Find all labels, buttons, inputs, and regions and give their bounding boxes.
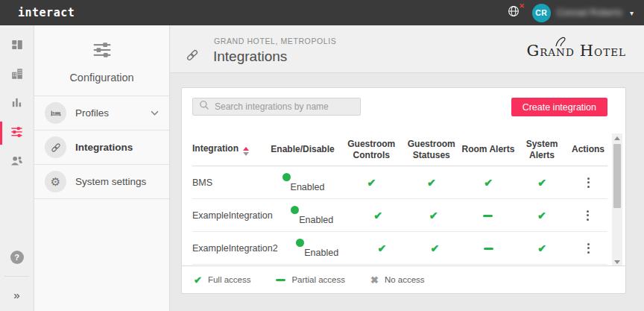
legend-item-partial-access: Partial access [276, 275, 345, 284]
integration-name: BMS [192, 178, 264, 188]
table-scrollbar[interactable] [612, 133, 622, 266]
toggle-status: Enabled [304, 248, 338, 258]
sidebar-item-label: Integrations [75, 142, 133, 153]
brand-logo: interact [18, 6, 75, 19]
integrations-link-icon [185, 48, 200, 66]
sidebar-item-system-settings[interactable]: ⚙ System settings [34, 165, 169, 199]
access-icon [431, 242, 440, 254]
access-icon [367, 177, 376, 189]
legend-item-full-access: Full access [194, 274, 250, 286]
toggle-status: Enabled [299, 215, 333, 225]
column-header-room-alerts: Room Alerts [461, 144, 515, 155]
access-icon [373, 210, 382, 222]
configuration-sidebar: Configuration Profiles [34, 25, 170, 311]
sidebar-item-profiles[interactable]: Profiles [34, 96, 169, 131]
access-icon [537, 177, 546, 189]
grand-hotel-logo: GRANDHOTEL [526, 42, 626, 60]
rail-item-help[interactable]: ? [0, 242, 34, 271]
integration-name: ExampleIntegration [192, 210, 273, 221]
icon-rail: ? » [0, 25, 34, 311]
enable-toggle[interactable]: Enabled [289, 206, 333, 225]
link-icon [45, 136, 66, 158]
table-row: ExampleIntegration Enabled [192, 199, 607, 232]
building-icon [10, 67, 24, 84]
rail-item-reports[interactable] [0, 89, 34, 119]
table-row: ExampleIntegration2 Enabled [192, 232, 607, 265]
topbar-right-cluster: ✕ CR Conrad Roberts ▾ [505, 4, 634, 22]
search-box[interactable] [192, 98, 361, 116]
users-icon [10, 154, 24, 171]
help-icon: ? [10, 251, 24, 264]
access-icon [537, 210, 546, 222]
chevron-down-icon[interactable] [151, 110, 159, 116]
column-header-actions: Actions [569, 144, 607, 155]
page-header: GRAND HOTEL, METROPOLIS Integrations GRA… [170, 25, 644, 73]
rail-collapse-button[interactable]: » [0, 281, 34, 308]
integration-name: ExampleIntegration2 [192, 243, 278, 254]
rail-item-configuration[interactable] [0, 119, 34, 148]
bed-icon [45, 102, 66, 124]
search-input[interactable] [215, 101, 354, 112]
caret-down-icon: ▾ [630, 9, 634, 17]
access-icon [429, 210, 438, 222]
column-header-system-alerts: System Alerts [515, 139, 569, 161]
partial-access-dash-icon [276, 275, 285, 284]
column-header-guestroom-controls: Guestroom Controls [341, 139, 402, 161]
page-title: Integrations [213, 48, 287, 65]
sidebar-item-label: System settings [75, 176, 146, 187]
toggle-status: Enabled [291, 182, 325, 192]
app-window: interact ✕ CR Conrad Roberts ▾ [0, 0, 644, 311]
access-icon [537, 242, 546, 254]
globe-alert-badge-icon: ✕ [519, 2, 525, 10]
row-actions-kebab-icon[interactable] [583, 240, 594, 257]
scroll-thumb[interactable] [613, 144, 621, 208]
toggle-knob-icon [291, 206, 299, 214]
enable-toggle[interactable]: Enabled [281, 173, 325, 192]
create-integration-button[interactable]: Create integration [511, 98, 607, 116]
top-bar: interact ✕ CR Conrad Roberts ▾ [0, 0, 644, 25]
table-row: BMS Enabled [192, 166, 607, 199]
access-icon [483, 210, 493, 221]
rail-divider [4, 276, 29, 277]
row-actions-kebab-icon[interactable] [583, 175, 594, 191]
bar-chart-icon [10, 96, 23, 112]
row-actions-kebab-icon[interactable] [582, 207, 593, 224]
access-icon [484, 243, 493, 254]
sidebar-title: Configuration [69, 72, 133, 84]
rail-item-users[interactable] [0, 148, 34, 177]
full-access-check-icon [194, 274, 202, 286]
user-menu-button[interactable]: CR Conrad Roberts ▾ [532, 4, 634, 22]
column-header-integration[interactable]: Integration [192, 143, 264, 156]
breadcrumb: GRAND HOTEL, METROPOLIS [214, 37, 336, 45]
toggle-knob-icon [296, 239, 304, 247]
avatar: CR [532, 4, 551, 22]
language-globe-button[interactable]: ✕ [505, 4, 522, 21]
integrations-card: Create integration Integration Enable/Di… [181, 87, 626, 294]
sort-icon [243, 147, 249, 156]
column-header-enable-disable: Enable/Disable [264, 144, 341, 155]
double-chevron-right-icon: » [13, 289, 19, 301]
scroll-up-arrow[interactable] [612, 133, 622, 142]
globe-icon [507, 4, 520, 21]
legend-item-no-access: No access [370, 274, 425, 286]
access-icon [377, 242, 386, 254]
rail-item-dashboard[interactable] [0, 31, 34, 60]
access-icon [484, 177, 493, 189]
toggle-knob-icon [282, 173, 291, 181]
access-icon [427, 177, 436, 189]
configuration-sliders-icon [89, 39, 115, 64]
sidebar-item-label: Profiles [75, 107, 109, 119]
dashboard-icon [10, 38, 24, 54]
enable-toggle[interactable]: Enabled [294, 239, 338, 258]
column-header-guestroom-statuses: Guestroom Statuses [402, 139, 462, 161]
search-icon [199, 100, 209, 113]
table-header-row: Integration Enable/Disable Guestroom Con… [192, 133, 607, 166]
gear-icon: ⚙ [45, 171, 66, 192]
logo-text: G [526, 42, 540, 60]
user-name: Conrad Roberts [557, 7, 622, 18]
no-access-x-icon [370, 274, 379, 286]
sidebar-item-integrations[interactable]: Integrations [34, 131, 169, 165]
access-legend: Full access Partial access No access [182, 266, 625, 293]
main-area: GRAND HOTEL, METROPOLIS Integrations GRA… [170, 25, 644, 311]
rail-item-rooms[interactable] [0, 60, 34, 89]
